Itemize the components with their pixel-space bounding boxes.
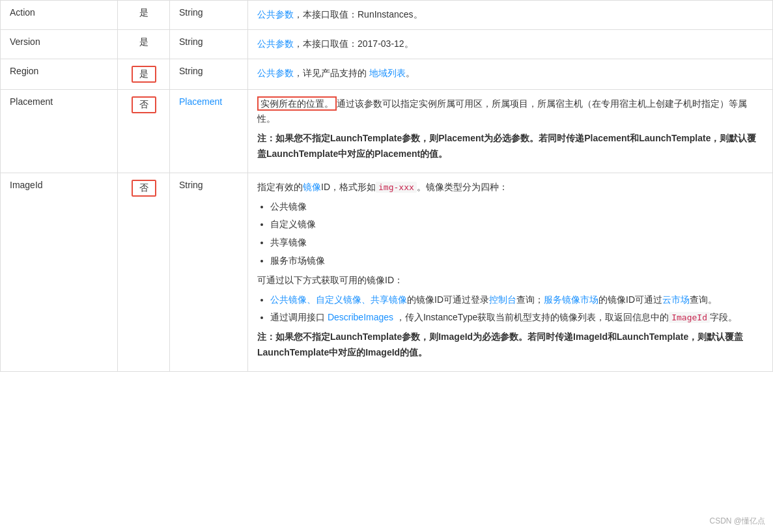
highlighted-text: 实例所在的位置。 <box>257 96 337 111</box>
bullet2-end: 字段。 <box>710 312 737 322</box>
common-params-link[interactable]: 公共参数 <box>257 38 294 49</box>
required-badge: 否 <box>132 96 156 113</box>
list-item: 公共镜像、自定义镜像、共享镜像的镜像ID可通过登录控制台查询；服务镜像市场的镜像… <box>270 292 763 308</box>
list-item: 共享镜像 <box>270 235 763 251</box>
param-desc: 指定有效的镜像ID，格式形如img-xxx。镜像类型分为四种： 公共镜像 自定义… <box>248 173 773 371</box>
param-name: Version <box>1 29 118 59</box>
table-row: Region 是 String 公共参数，详见产品支持的 地域列表。 <box>1 59 773 89</box>
list-item: 公共镜像 <box>270 199 763 215</box>
required-badge: 是 <box>139 7 148 18</box>
common-params-link[interactable]: 公共参数 <box>257 9 294 20</box>
param-required: 是 <box>118 29 170 59</box>
required-badge: 否 <box>132 180 156 197</box>
imageid-code: ImageId <box>669 312 710 323</box>
public-image-link[interactable]: 公共镜像、自定义镜像、共享镜像 <box>270 294 407 305</box>
param-required: 是 <box>118 1 170 30</box>
imageid-intro: 指定有效的镜像ID，格式形如img-xxx。镜像类型分为四种： <box>257 180 763 195</box>
placement-note: 注：如果您不指定LaunchTemplate参数，则Placement为必选参数… <box>257 131 763 162</box>
bullet2-post: ，传入InstanceType获取当前机型支持的镜像列表，取返回信息中的 <box>393 312 669 322</box>
param-desc: 公共参数，本接口取值：2017-03-12。 <box>248 29 773 59</box>
bullet-end2: 查询。 <box>690 294 717 305</box>
required-badge: 是 <box>139 36 148 47</box>
desc-text: ，详见产品支持的 <box>294 68 369 78</box>
imageid-ways: 可通过以下方式获取可用的镜像ID： <box>257 273 763 288</box>
image-link[interactable]: 镜像 <box>303 182 321 192</box>
table-row: Placement 否 Placement 实例所在的位置。通过该参数可以指定实… <box>1 89 773 173</box>
img-code: img-xxx <box>376 182 417 193</box>
console-link[interactable]: 控制台 <box>489 294 516 305</box>
placement-desc-p1: 实例所在的位置。通过该参数可以指定实例所属可用区，所属项目，所属宿主机（在专用宿… <box>257 96 763 128</box>
param-type: String <box>170 29 248 59</box>
cloud-market-link[interactable]: 云市场 <box>662 294 690 305</box>
param-name: Action <box>1 1 118 30</box>
bullet-mid2: 查询； <box>516 294 544 305</box>
bullet2-pre: 通过调用接口 <box>270 312 328 322</box>
param-type: String <box>170 173 248 371</box>
param-required: 否 <box>118 173 170 371</box>
intro-text2: ID，格式形如 <box>321 182 376 192</box>
table-row: ImageId 否 String 指定有效的镜像ID，格式形如img-xxx。镜… <box>1 173 773 371</box>
desc-text: ，本接口取值：RunInstances。 <box>294 9 423 20</box>
param-desc: 公共参数，本接口取值：RunInstances。 <box>248 1 773 30</box>
list-item: 通过调用接口 DescribeImages ，传入InstanceType获取当… <box>270 310 763 326</box>
param-type: Placement <box>170 89 248 173</box>
param-required: 否 <box>118 89 170 173</box>
desc-text: ，本接口取值：2017-03-12。 <box>294 38 414 49</box>
list-item: 服务市场镜像 <box>270 253 763 269</box>
desc-text-end: 。 <box>406 68 415 78</box>
bullet-mid: 的镜像ID可通过登录 <box>407 294 489 305</box>
required-badge: 是 <box>132 66 156 83</box>
imageid-note: 注：如果您不指定LaunchTemplate参数，则ImageId为必选参数。若… <box>257 329 763 361</box>
param-type: String <box>170 59 248 89</box>
region-list-link[interactable]: 地域列表 <box>369 68 406 78</box>
imageid-ways-list: 公共镜像、自定义镜像、共享镜像的镜像ID可通过登录控制台查询；服务镜像市场的镜像… <box>270 292 763 326</box>
describe-images-link[interactable]: DescribeImages <box>328 312 393 322</box>
param-name: Placement <box>1 89 118 173</box>
list-item: 自定义镜像 <box>270 217 763 232</box>
param-name: Region <box>1 59 118 89</box>
placement-type-link[interactable]: Placement <box>179 96 222 107</box>
param-desc: 实例所在的位置。通过该参数可以指定实例所属可用区，所属项目，所属宿主机（在专用宿… <box>248 89 773 173</box>
param-desc: 公共参数，详见产品支持的 地域列表。 <box>248 59 773 89</box>
param-name: ImageId <box>1 173 118 371</box>
image-type-list: 公共镜像 自定义镜像 共享镜像 服务市场镜像 <box>270 199 763 269</box>
common-params-link[interactable]: 公共参数 <box>257 68 294 78</box>
table-row: Action 是 String 公共参数，本接口取值：RunInstances。 <box>1 1 773 30</box>
service-market-link[interactable]: 服务镜像市场 <box>544 294 598 305</box>
intro-text3: 。镜像类型分为四种： <box>417 182 508 192</box>
table-row: Version 是 String 公共参数，本接口取值：2017-03-12。 <box>1 29 773 59</box>
param-type: String <box>170 1 248 30</box>
intro-text1: 指定有效的 <box>257 182 303 192</box>
bullet-end: 的镜像ID可通过 <box>598 294 662 305</box>
param-required: 是 <box>118 59 170 89</box>
api-params-table: Action 是 String 公共参数，本接口取值：RunInstances。… <box>0 0 773 372</box>
